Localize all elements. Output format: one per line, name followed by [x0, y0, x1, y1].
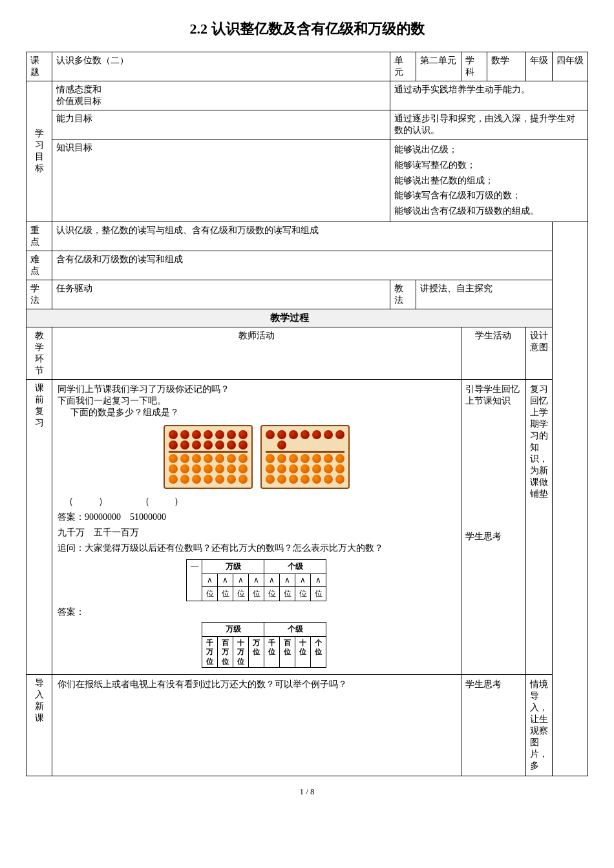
bead [266, 430, 275, 439]
daoru-sheji: 情境导入，让生观察图片，多 [525, 674, 552, 776]
abacus-1-bottom3 [169, 475, 248, 484]
main-table: 课题 认识多位数（二） 单元 第二单元 学科 数学 年级 四年级 学习目标 情感… [26, 52, 588, 776]
col-jiaoshi: 教师活动 [52, 327, 461, 379]
zhongdian-label: 重点 [26, 222, 52, 251]
xuexi-qinggan-row: 学习目标 情感态度和价值观目标 通过动手实践培养学生动手能力。 [26, 81, 588, 110]
answer-line2: 九千万 五千一百万 [58, 527, 456, 539]
bead [277, 464, 286, 473]
daoru-xuesheng: 学生思考 [461, 674, 525, 776]
paren-left-2: （ ） [140, 495, 184, 508]
empty-cell: ∧ [280, 574, 295, 586]
qian-wei: 千位 [264, 636, 280, 667]
empty-cell: ∧ [249, 574, 264, 586]
bead [301, 464, 310, 473]
bead [192, 454, 201, 463]
empty-cell: ∧ [218, 574, 233, 586]
bead [277, 440, 286, 450]
bead [204, 454, 213, 463]
wei-cell: 位 [233, 586, 249, 601]
abacus-1-top2 [169, 440, 248, 450]
bead [238, 475, 248, 484]
xuexi-nengli-row: 能力目标 通过逐步引导和探究，由浅入深，提升学生对数的认识。 [26, 110, 588, 140]
filled-place-value-table: 万级 个级 千万位 百万位 十万位 万位 千位 百位 十位 个位 [187, 622, 327, 668]
empty-cell: ∧ [202, 574, 218, 586]
bead [266, 440, 275, 450]
nandian-value: 含有亿级和万级数的读写和组成 [52, 251, 553, 280]
bead [301, 454, 310, 463]
bead [335, 430, 344, 439]
bead [204, 430, 213, 439]
bead [238, 454, 248, 463]
nandian-label: 难点 [26, 251, 52, 280]
answer-line1: 答案：90000000 51000000 [58, 512, 456, 523]
bead [266, 454, 275, 463]
keti-value: 认识多位数（二） [52, 52, 390, 81]
bead [227, 464, 236, 473]
bead [289, 440, 298, 450]
wan-ji-header: 万级 [202, 559, 264, 574]
bead [192, 430, 201, 439]
bead [324, 454, 333, 463]
bead [169, 440, 178, 450]
abacus-2-top2 [266, 440, 344, 450]
xuesheng-line2: 学生思考 [465, 531, 522, 542]
bead [227, 454, 236, 463]
bead [324, 440, 333, 450]
bead [180, 475, 189, 484]
bead [215, 430, 224, 439]
bead [169, 454, 178, 463]
daoru-xuesheng-text: 学生思考 [465, 679, 522, 690]
zhishi-label: 知识目标 [52, 140, 390, 222]
zhongdian-row: 重点 认识亿级，整亿数的读写与组成、含有亿级和万级数的读写和组成 [26, 222, 588, 251]
bead [215, 454, 224, 463]
ge-ji-filled-header: 个级 [264, 622, 326, 636]
bead [169, 430, 178, 439]
bead [238, 440, 248, 450]
col-huanjie: 教学环节 [26, 327, 52, 379]
bead [312, 475, 321, 484]
bead [192, 475, 201, 484]
bead [277, 454, 286, 463]
empty-place-value-table: — 万级 个级 ∧ ∧ ∧ ∧ ∧ ∧ ∧ ∧ 位 位 位 [186, 559, 326, 601]
kequan-sheji: 复习回忆上学期学习的知识，为新课做铺垫 [525, 379, 552, 674]
bead [312, 454, 321, 463]
daoru-sheji-text: 情境导入，让生观察图片，多 [530, 679, 548, 772]
zhuiwen-line: 追问：大家觉得万级以后还有位数吗？还有比万大的数吗？怎么表示比万大的数？ [58, 542, 456, 554]
bead [227, 430, 236, 439]
daoru-label: 导入新课 [26, 674, 52, 776]
nengli-label: 能力目标 [52, 110, 390, 140]
bead [227, 475, 236, 484]
daoru-row: 导入新课 你们在报纸上或者电视上有没有看到过比万还大的数？可以举个例子吗？ 学生… [26, 674, 588, 776]
bead [227, 440, 236, 450]
empty-cell: ∧ [264, 574, 280, 586]
wei-cell: 位 [202, 586, 218, 601]
qinggan-value: 通过动手实践培养学生动手能力。 [390, 81, 588, 110]
wan-wei: 万位 [249, 636, 264, 667]
empty-cell: ∧ [233, 574, 249, 586]
bead [238, 464, 248, 473]
bead [169, 464, 178, 473]
bead [180, 430, 189, 439]
xuexi-label: 学习目标 [26, 81, 52, 222]
jiaozhi-label: 教法 [390, 280, 416, 309]
bead [266, 464, 275, 473]
kequan-jiaoshi: 同学们上节课我们学习了万级你还记的吗？ 下面我们一起复习一下吧。 下面的数是多少… [52, 379, 461, 674]
kequan-fuxiu-row: 课前复习 同学们上节课我们学习了万级你还记的吗？ 下面我们一起复习一下吧。 下面… [26, 379, 588, 674]
kequan-line2: 下面我们一起复习一下吧。 [58, 395, 456, 407]
bead [180, 440, 189, 450]
xuefa-row: 学法 任务驱动 教法 讲授法、自主探究 [26, 280, 588, 309]
sheji-line1: 复习回忆上学期学习的知识，为新课做铺垫 [530, 384, 548, 500]
danyuan-label: 单元 [390, 52, 416, 81]
bead [289, 475, 298, 484]
wei-cell: 位 [264, 586, 280, 601]
wei-cell: 位 [311, 586, 326, 601]
danyuan-value: 第二单元 [416, 52, 461, 81]
bead [180, 454, 189, 463]
nianji-label: 年级 [525, 52, 552, 81]
bead [335, 440, 344, 450]
page-number: 1 / 8 [26, 787, 588, 797]
daoru-jiaoshi: 你们在报纸上或者电视上有没有看到过比万还大的数？可以举个例子吗？ [52, 674, 461, 776]
wei-cell: 位 [249, 586, 264, 601]
shi-wan-wei: 十万位 [233, 636, 249, 667]
wei-cell: 位 [295, 586, 311, 601]
